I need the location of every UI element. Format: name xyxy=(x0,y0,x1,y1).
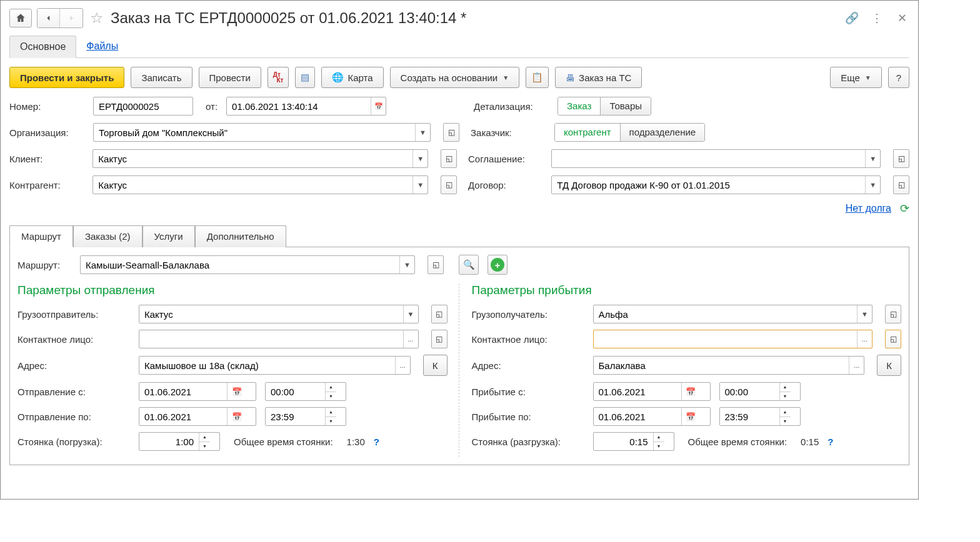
tab-route[interactable]: Маршрут xyxy=(9,225,73,247)
agreement-input[interactable] xyxy=(552,151,865,167)
favorite-star-icon[interactable]: ☆ xyxy=(88,9,106,27)
link-icon[interactable]: 🔗 xyxy=(844,11,859,26)
calendar-icon[interactable]: 📅 xyxy=(681,383,700,400)
calendar-icon[interactable]: 📅 xyxy=(227,383,246,400)
spin-up[interactable]: ▲ xyxy=(326,383,336,392)
dropdown-icon[interactable]: ▼ xyxy=(865,176,880,194)
dtkt-button[interactable]: Дт Кт xyxy=(268,67,289,88)
spin-up[interactable]: ▲ xyxy=(326,408,336,417)
route-open-button[interactable]: ◱ xyxy=(428,255,444,274)
dropdown-icon[interactable]: ▼ xyxy=(857,305,872,323)
org-input[interactable] xyxy=(94,125,415,140)
home-button[interactable] xyxy=(9,9,32,27)
client-open-button[interactable]: ◱ xyxy=(441,149,457,168)
more-button[interactable]: Еще▼ xyxy=(830,67,881,88)
calendar-icon[interactable]: 📅 xyxy=(681,408,700,425)
seg-dept[interactable]: подразделение xyxy=(621,124,705,141)
route-search-button[interactable]: 🔍 xyxy=(459,255,479,275)
printer-icon: 🖶 xyxy=(566,72,575,83)
arr-to-time[interactable] xyxy=(720,408,779,425)
stop-load-input[interactable] xyxy=(139,433,199,450)
dep-contact-input[interactable] xyxy=(139,332,403,347)
spin-down[interactable]: ▼ xyxy=(780,392,791,401)
dropdown-icon[interactable]: ▼ xyxy=(403,305,418,323)
route-input[interactable] xyxy=(81,257,399,273)
dep-address-input[interactable] xyxy=(139,358,395,373)
seg-contragent[interactable]: контрагент xyxy=(555,124,621,141)
consignee-open-button[interactable]: ◱ xyxy=(885,305,901,323)
spin-up[interactable]: ▲ xyxy=(780,408,791,417)
shipper-input[interactable] xyxy=(139,307,403,322)
calendar-icon[interactable]: 📅 xyxy=(371,97,386,115)
schedule-button[interactable]: 📋 xyxy=(526,67,549,88)
no-debt-link[interactable]: Нет долга xyxy=(846,203,891,214)
contrag-open-button[interactable]: ◱ xyxy=(441,175,457,194)
kebab-menu-icon[interactable]: ⋮ xyxy=(869,11,884,26)
save-button[interactable]: Записать xyxy=(131,67,192,88)
number-input[interactable] xyxy=(94,99,222,114)
close-icon[interactable]: ✕ xyxy=(894,11,909,26)
shipper-open-button[interactable]: ◱ xyxy=(431,305,448,323)
date-input[interactable] xyxy=(227,99,371,114)
help-icon[interactable]: ? xyxy=(374,436,379,447)
seg-goods[interactable]: Товары xyxy=(601,97,651,115)
spin-down[interactable]: ▼ xyxy=(326,417,336,426)
arr-to-date[interactable] xyxy=(594,408,681,425)
map-button[interactable]: 🌐Карта xyxy=(321,67,383,88)
arr-contact-open-button[interactable]: ◱ xyxy=(885,330,901,348)
post-button[interactable]: Провести xyxy=(199,67,261,88)
spin-down[interactable]: ▼ xyxy=(326,392,336,401)
spin-up[interactable]: ▲ xyxy=(199,433,210,442)
ellipsis-icon[interactable]: ... xyxy=(857,330,872,348)
nav-forward-button[interactable] xyxy=(60,9,82,27)
create-based-button[interactable]: Создать на основании▼ xyxy=(390,67,520,88)
nav-tab-files[interactable]: Файлы xyxy=(76,36,128,57)
nav-tab-main[interactable]: Основное xyxy=(9,36,76,58)
tab-services[interactable]: Услуги xyxy=(142,225,195,247)
arr-from-date[interactable] xyxy=(594,383,681,400)
spin-up[interactable]: ▲ xyxy=(654,433,664,442)
calendar-icon[interactable]: 📅 xyxy=(227,408,246,425)
agreement-open-button[interactable]: ◱ xyxy=(893,149,909,168)
dep-from-date[interactable] xyxy=(139,383,227,400)
dropdown-icon[interactable]: ▼ xyxy=(399,256,414,273)
spin-down[interactable]: ▼ xyxy=(780,417,791,426)
arr-address-input[interactable] xyxy=(594,358,849,373)
order-ts-button[interactable]: 🖶Заказ на ТС xyxy=(555,67,642,88)
help-icon[interactable]: ? xyxy=(828,436,833,447)
ellipsis-icon[interactable]: ... xyxy=(403,330,418,348)
dropdown-icon[interactable]: ▼ xyxy=(412,150,428,167)
org-open-button[interactable]: ◱ xyxy=(443,123,459,142)
arr-k-button[interactable]: К xyxy=(877,355,901,376)
refresh-icon[interactable]: ⟳ xyxy=(900,202,909,215)
route-add-button[interactable]: + xyxy=(488,255,508,275)
dropdown-icon[interactable]: ▼ xyxy=(415,124,430,141)
contract-open-button[interactable]: ◱ xyxy=(893,175,909,194)
dep-to-time[interactable] xyxy=(266,408,325,425)
nav-back-button[interactable] xyxy=(38,9,60,27)
dep-to-date[interactable] xyxy=(139,408,227,425)
spin-down[interactable]: ▼ xyxy=(199,442,210,451)
consignee-input[interactable] xyxy=(594,307,858,322)
dropdown-icon[interactable]: ▼ xyxy=(865,150,880,167)
ellipsis-icon[interactable]: ... xyxy=(849,357,864,374)
contrag-input[interactable] xyxy=(93,177,412,193)
dropdown-icon[interactable]: ▼ xyxy=(412,176,428,194)
arr-from-time[interactable] xyxy=(720,383,779,400)
seg-order[interactable]: Заказ xyxy=(558,97,601,115)
post-and-close-button[interactable]: Провести и закрыть xyxy=(9,67,124,88)
help-button[interactable]: ? xyxy=(888,67,909,88)
contract-input[interactable] xyxy=(552,177,865,193)
stop-unload-input[interactable] xyxy=(594,433,653,450)
dep-from-time[interactable] xyxy=(266,383,325,400)
ellipsis-icon[interactable]: ... xyxy=(395,357,410,374)
spin-up[interactable]: ▲ xyxy=(780,383,791,392)
arr-contact-input[interactable] xyxy=(594,332,858,347)
dep-k-button[interactable]: К xyxy=(423,355,448,376)
tab-orders[interactable]: Заказы (2) xyxy=(73,225,142,247)
tab-extra[interactable]: Дополнительно xyxy=(195,225,286,247)
dep-contact-open-button[interactable]: ◱ xyxy=(431,330,448,348)
client-input[interactable] xyxy=(93,151,412,167)
spin-down[interactable]: ▼ xyxy=(654,442,664,451)
report-button[interactable]: ▤ xyxy=(295,67,315,88)
